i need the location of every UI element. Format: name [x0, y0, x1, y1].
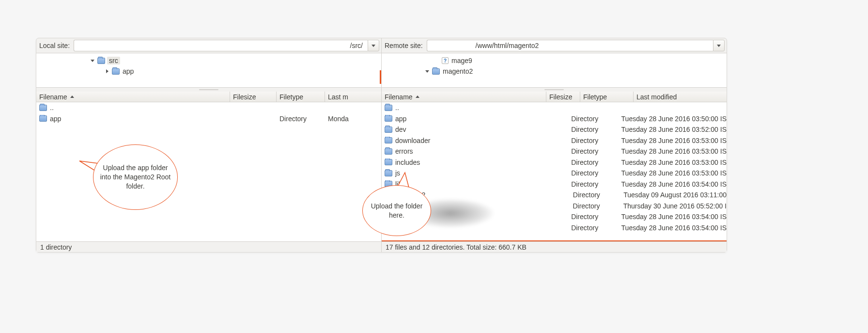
- folder-icon: [39, 105, 47, 111]
- folder-icon: [385, 105, 392, 111]
- expander-icon[interactable]: [90, 60, 95, 62]
- file-name: js: [395, 169, 400, 177]
- folder-icon: [385, 170, 392, 176]
- file-row[interactable]: app Directory Monda: [36, 113, 381, 125]
- pane-splitter[interactable]: [36, 88, 381, 92]
- col-lastmodified[interactable]: Last modified: [634, 92, 727, 102]
- col-filesize[interactable]: Filesize: [230, 92, 277, 102]
- local-tree[interactable]: src app: [36, 53, 381, 88]
- file-row[interactable]: includes Directory Tuesday 28 June 2016 …: [382, 157, 727, 168]
- remote-site-bar: Remote site: /www/html/magento2: [382, 38, 727, 53]
- col-filename[interactable]: Filename: [382, 92, 546, 102]
- file-row[interactable]: lib Directory Tuesday 28 June 2016 03:54…: [382, 179, 727, 190]
- file-modified: Tuesday 28 June 2016 03:50:00 IS: [619, 115, 727, 123]
- tree-item[interactable]: magento2: [382, 66, 727, 77]
- folder-icon: [385, 192, 392, 198]
- file-modified: Tuesday 28 June 2016 03:52:00 IS: [619, 126, 727, 133]
- file-modified: Monda: [325, 115, 381, 123]
- folder-icon: [385, 224, 392, 231]
- local-pane: Local site: /src/ src app Filename Files…: [36, 38, 382, 252]
- folder-icon: [385, 181, 392, 187]
- file-name: app: [395, 115, 406, 123]
- pane-splitter[interactable]: [382, 88, 727, 92]
- folder-icon: [385, 137, 392, 143]
- file-row[interactable]: js Directory Tuesday 28 June 2016 03:53:…: [382, 168, 727, 179]
- local-file-list[interactable]: .. app Directory Monda: [36, 102, 381, 241]
- remote-tree[interactable]: ? mage9 magento2: [382, 53, 727, 88]
- tree-item[interactable]: app: [36, 66, 381, 77]
- local-scroll-indicator: [380, 70, 381, 84]
- shadow-annotation: [407, 199, 494, 228]
- local-site-label: Local site:: [38, 42, 71, 49]
- remote-status-text: 17 files and 12 directories. Total size:…: [386, 243, 527, 251]
- col-filetype[interactable]: Filetype: [580, 92, 634, 102]
- remote-site-label: Remote site:: [384, 42, 424, 49]
- file-modified: Tuesday 09 August 2016 03:11:00: [620, 191, 727, 199]
- col-filetype[interactable]: Filetype: [277, 92, 325, 102]
- chevron-down-icon: [372, 45, 375, 47]
- file-modified: Thursday 30 June 2016 05:52:00 I: [620, 202, 727, 210]
- tree-item-label: mage9: [450, 57, 473, 64]
- file-name: includes: [395, 159, 420, 166]
- file-name: errors: [395, 147, 413, 155]
- file-row[interactable]: magento2 Directory Tuesday 09 August 201…: [382, 190, 727, 201]
- file-row[interactable]: errors Directory Tuesday 28 June 2016 03…: [382, 146, 727, 157]
- col-lastmodified[interactable]: Last m: [325, 92, 381, 102]
- folder-icon: [385, 127, 392, 133]
- file-name: skin: [395, 224, 407, 232]
- file-modified: Tuesday 28 June 2016 03:54:00 IS: [619, 213, 727, 221]
- file-type: Directory: [277, 115, 325, 123]
- file-row[interactable]: ..: [36, 102, 381, 113]
- file-type: Directory: [568, 137, 618, 144]
- file-modified: Tuesday 28 June 2016 03:53:00 IS: [619, 137, 727, 144]
- file-type: Directory: [568, 115, 618, 123]
- file-name: lib: [395, 180, 402, 188]
- file-type: Directory: [568, 159, 618, 166]
- folder-icon: [39, 115, 47, 122]
- file-name: ..: [50, 104, 54, 111]
- folder-icon: [385, 203, 392, 209]
- local-path-text: /src/: [350, 42, 365, 49]
- local-site-bar: Local site: /src/: [36, 38, 381, 53]
- remote-path-input[interactable]: /www/html/magento2: [427, 40, 713, 51]
- remote-column-headers: Filename Filesize Filetype Last modified: [382, 92, 727, 102]
- file-name: magento2: [395, 191, 425, 199]
- expander-icon[interactable]: [104, 69, 110, 73]
- tree-item-label: app: [122, 67, 135, 75]
- tree-item[interactable]: ? mage9: [382, 55, 727, 66]
- file-modified: Tuesday 28 June 2016 03:54:00 IS: [619, 180, 727, 188]
- local-status-bar: 1 directory: [36, 241, 381, 252]
- folder-icon: [97, 58, 105, 64]
- local-site-field[interactable]: /src/: [74, 40, 379, 51]
- col-filename[interactable]: Filename: [36, 92, 230, 102]
- unknown-icon: ?: [442, 57, 449, 64]
- file-modified: Tuesday 28 June 2016 03:54:00 IS: [619, 224, 727, 232]
- folder-icon: [385, 115, 392, 122]
- col-filesize[interactable]: Filesize: [546, 92, 580, 102]
- expander-icon[interactable]: [424, 70, 430, 73]
- file-type: Directory: [568, 180, 618, 188]
- tree-item-label: magento2: [442, 67, 474, 75]
- file-row[interactable]: downloader Directory Tuesday 28 June 201…: [382, 135, 727, 146]
- chevron-down-icon: [717, 45, 721, 47]
- file-modified: Tuesday 28 June 2016 03:53:00 IS: [619, 159, 727, 166]
- tree-item-label: src: [107, 57, 120, 64]
- file-type: Directory: [570, 202, 620, 210]
- file-row[interactable]: dev Directory Tuesday 28 June 2016 03:52…: [382, 124, 727, 135]
- remote-path-dropdown[interactable]: [713, 40, 725, 51]
- file-type: Directory: [570, 191, 620, 199]
- file-name: downloader: [395, 137, 430, 144]
- file-type: Directory: [568, 169, 618, 177]
- local-status-text: 1 directory: [40, 243, 72, 251]
- folder-icon: [385, 159, 392, 165]
- tree-item[interactable]: src: [36, 55, 381, 66]
- local-path-dropdown[interactable]: [368, 40, 379, 51]
- file-row[interactable]: app Directory Tuesday 28 June 2016 03:50…: [382, 113, 727, 125]
- remote-site-field[interactable]: /www/html/magento2: [427, 40, 725, 51]
- folder-icon: [112, 68, 120, 75]
- file-type: Directory: [568, 147, 618, 155]
- file-name: dev: [395, 126, 406, 133]
- file-row[interactable]: ..: [382, 102, 727, 113]
- local-path-input[interactable]: /src/: [74, 40, 368, 51]
- local-column-headers: Filename Filesize Filetype Last m: [36, 92, 381, 102]
